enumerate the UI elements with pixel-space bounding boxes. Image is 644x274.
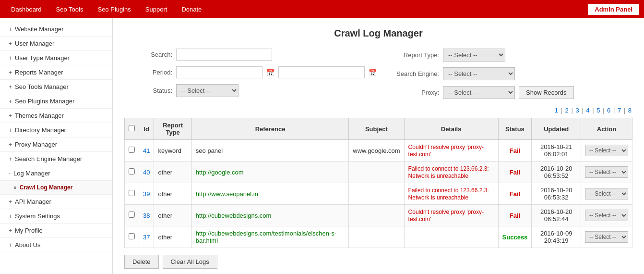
row-id-link[interactable]: 37 — [143, 234, 150, 241]
nav-donate[interactable]: Donate — [174, 2, 209, 16]
page-3-link[interactable]: 3 — [575, 107, 579, 114]
sidebar-item-label: Seo Plugins Manager — [15, 98, 74, 105]
sidebar-log-manager[interactable]: - Log Manager — [0, 166, 112, 181]
sidebar-search-engine-manager[interactable]: + Search Engine Manager — [0, 152, 112, 166]
report-type-select[interactable]: -- Select -- — [443, 49, 505, 62]
row-action-select[interactable]: -- Select -- — [585, 231, 628, 243]
row-checkbox[interactable] — [129, 147, 135, 153]
row-action-select[interactable]: -- Select -- — [585, 188, 628, 199]
row-report-type: other — [158, 212, 172, 219]
admin-panel-button[interactable]: Admin Panel — [587, 3, 640, 16]
page-4-link[interactable]: 4 — [586, 107, 589, 114]
nav-seo-plugins[interactable]: Seo Plugins — [90, 2, 138, 16]
status-row: Status: -- Select -- — [124, 84, 377, 97]
proxy-label: Proxy: — [391, 89, 439, 96]
col-subject: Subject — [349, 118, 404, 140]
page-1-link[interactable]: 1 — [555, 107, 558, 114]
expand-icon: + — [9, 112, 12, 119]
sidebar-item-label: API Manager — [15, 198, 51, 205]
expand-icon: + — [9, 55, 12, 62]
row-subject-cell — [349, 183, 404, 205]
proxy-select[interactable]: -- Select -- — [443, 86, 515, 99]
row-report-type: keyword — [158, 147, 181, 154]
sidebar-proxy-manager[interactable]: + Proxy Manager — [0, 137, 112, 152]
row-action-cell: -- Select -- — [581, 183, 632, 205]
row-id-link[interactable]: 40 — [143, 169, 150, 176]
row-checkbox[interactable] — [129, 168, 135, 174]
sidebar-website-manager[interactable]: + Website Manager — [0, 22, 112, 37]
row-action-select[interactable]: -- Select -- — [585, 166, 628, 178]
row-action-select[interactable]: -- Select -- — [585, 145, 628, 156]
row-checkbox-cell — [125, 205, 139, 226]
page-7-link[interactable]: 7 — [618, 107, 621, 114]
row-checkbox[interactable] — [129, 212, 135, 218]
page-5-link[interactable]: 5 — [596, 107, 600, 114]
row-id-link[interactable]: 38 — [143, 212, 150, 219]
row-updated: 2016-10-20 06:53:52 — [540, 165, 572, 179]
reference-link[interactable]: http://cubewebdesigns.com — [196, 212, 272, 219]
table-row: 37 other http://cubewebdesigns.com/testi… — [125, 226, 632, 248]
sidebar-my-profile[interactable]: + My Profile — [0, 224, 112, 238]
expand-icon: + — [9, 127, 12, 134]
reference-link[interactable]: http://www.seopanel.in — [196, 190, 258, 198]
nav-seo-tools[interactable]: Seo Tools — [49, 2, 91, 16]
page-2-link[interactable]: 2 — [565, 107, 569, 114]
report-type-row: Report Type: -- Select -- — [391, 49, 632, 62]
sidebar-item-label: Search Engine Manager — [15, 155, 82, 162]
sidebar-system-settings[interactable]: + System Settings — [0, 209, 112, 224]
row-subject-cell — [349, 226, 404, 248]
row-report-type-cell: other — [154, 183, 191, 205]
sidebar-item-label: Log Manager — [13, 170, 50, 177]
row-action-cell: -- Select -- — [581, 226, 632, 248]
search-input[interactable] — [176, 49, 272, 61]
row-updated: 2016-10-09 20:43:19 — [540, 230, 572, 244]
sidebar-user-manager[interactable]: + User Manager — [0, 37, 112, 51]
calendar-end-icon[interactable]: 📅 — [369, 69, 377, 76]
reference-link[interactable]: http://google.com — [196, 169, 244, 176]
expand-icon: + — [9, 242, 12, 249]
nav-dashboard[interactable]: Dashboard — [4, 2, 49, 16]
sidebar-item-label: About Us — [15, 241, 40, 249]
sidebar-api-manager[interactable]: + API Manager — [0, 195, 112, 209]
row-updated-cell: 2016-10-09 20:43:19 — [532, 226, 581, 248]
reference-link[interactable]: http://cubewebdesigns.com/testimonials/e… — [196, 230, 336, 244]
period-start-input[interactable]: 2016-09-21 — [176, 66, 262, 78]
sidebar-seo-tools-manager[interactable]: + Seo Tools Manager — [0, 80, 112, 94]
row-id-link[interactable]: 41 — [143, 147, 150, 154]
sidebar-reports-manager[interactable]: + Reports Manager — [0, 65, 112, 80]
row-action-select[interactable]: -- Select -- — [585, 210, 628, 221]
delete-button[interactable]: Delete — [124, 255, 159, 269]
row-action-cell: -- Select -- — [581, 205, 632, 226]
sidebar-about-us[interactable]: + About Us — [0, 238, 112, 252]
status-label: Status: — [124, 87, 172, 94]
row-id-cell: 39 — [139, 183, 154, 205]
expand-icon: + — [9, 40, 12, 47]
row-checkbox[interactable] — [129, 233, 135, 239]
row-report-type: other — [158, 234, 172, 241]
row-id-link[interactable]: 39 — [143, 190, 150, 198]
select-all-checkbox[interactable] — [129, 125, 135, 131]
row-status-cell: Success — [498, 226, 532, 248]
proxy-row: Proxy: -- Select -- Show Records — [391, 86, 632, 99]
row-details-cell: Failed to connect to 123.66.2.3: Network… — [404, 183, 498, 205]
row-subject-cell — [349, 162, 404, 183]
page-8-link[interactable]: 8 — [628, 107, 632, 114]
period-end-input[interactable]: 2016-10-21 — [278, 66, 365, 78]
sidebar-item-label: Directory Manager — [15, 126, 66, 134]
search-engine-select[interactable]: -- Select -- — [443, 67, 515, 80]
clear-all-logs-button[interactable]: Clear All Logs — [163, 255, 217, 269]
nav-support[interactable]: Support — [138, 2, 175, 16]
calendar-start-icon[interactable]: 📅 — [266, 69, 274, 76]
sidebar-directory-manager[interactable]: + Directory Manager — [0, 123, 112, 137]
page-6-link[interactable]: 6 — [607, 107, 610, 114]
sidebar-item-label: Website Manager — [15, 25, 64, 33]
sidebar-seo-plugins-manager[interactable]: + Seo Plugins Manager — [0, 94, 112, 109]
expand-icon: + — [9, 199, 12, 205]
row-details-cell: Couldn't resolve proxy 'proxy-test.com' — [404, 205, 498, 226]
sidebar-user-type-manager[interactable]: + User Type Manager — [0, 51, 112, 65]
row-checkbox[interactable] — [129, 190, 135, 196]
sidebar-themes-manager[interactable]: + Themes Manager — [0, 109, 112, 123]
status-select[interactable]: -- Select -- — [176, 84, 239, 97]
show-records-button[interactable]: Show Records — [519, 86, 574, 99]
sidebar-crawl-log-manager[interactable]: » Crawl Log Manager — [0, 181, 112, 195]
